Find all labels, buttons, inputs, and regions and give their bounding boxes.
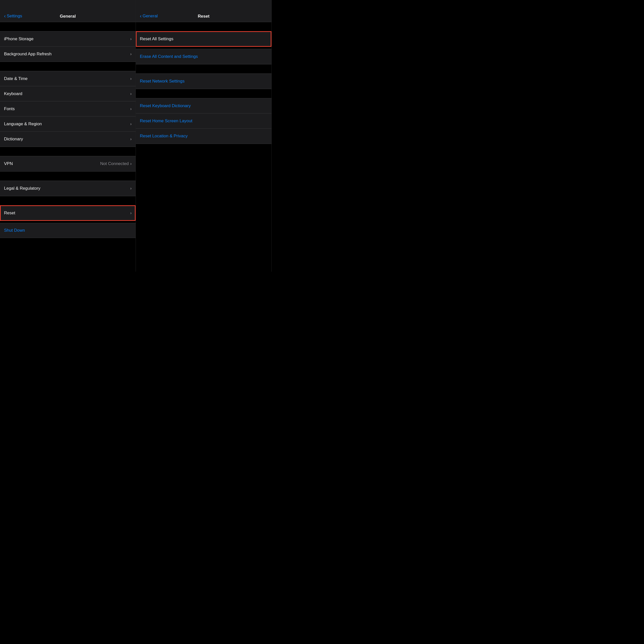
section-reset-all: Reset All Settings	[136, 31, 271, 47]
shutdown-label: Shut Down	[4, 228, 25, 233]
date-time-chevron: ›	[130, 76, 132, 81]
date-time-item[interactable]: Date & Time ›	[0, 71, 136, 86]
gap-1	[0, 22, 136, 31]
right-gap-1	[136, 22, 271, 31]
right-back-button[interactable]: ‹ General	[140, 13, 158, 19]
left-panel: ‹ Settings General iPhone Storage › Back…	[0, 0, 136, 272]
iphone-storage-label: iPhone Storage	[4, 36, 33, 42]
reset-home-screen-label: Reset Home Screen Layout	[140, 118, 192, 124]
left-back-label: Settings	[7, 14, 22, 19]
reset-right: ›	[130, 211, 132, 215]
legal-label: Legal & Regulatory	[4, 186, 41, 191]
left-content: iPhone Storage › Background App Refresh …	[0, 22, 136, 272]
gap-5	[0, 196, 136, 205]
background-refresh-chevron: ›	[130, 52, 132, 56]
section-storage: iPhone Storage › Background App Refresh …	[0, 31, 136, 62]
legal-right: ›	[130, 186, 132, 191]
dictionary-label: Dictionary	[4, 137, 23, 142]
legal-item[interactable]: Legal & Regulatory ›	[0, 181, 136, 196]
right-nav-title: Reset	[198, 14, 209, 19]
right-chevron-icon: ‹	[140, 13, 142, 19]
right-content: Reset All Settings Erase All Content and…	[136, 22, 271, 272]
left-chevron-icon: ‹	[4, 13, 6, 19]
iphone-storage-item[interactable]: iPhone Storage ›	[0, 31, 136, 47]
reset-home-screen-item[interactable]: Reset Home Screen Layout	[136, 113, 271, 129]
gap-4	[0, 172, 136, 181]
keyboard-label: Keyboard	[4, 91, 22, 96]
reset-location-label: Reset Location & Privacy	[140, 134, 188, 139]
right-gap-2	[136, 47, 271, 49]
language-region-item[interactable]: Language & Region ›	[0, 116, 136, 132]
gap-2	[0, 62, 136, 71]
keyboard-chevron: ›	[130, 92, 132, 96]
background-refresh-right: ›	[130, 52, 132, 56]
section-settings: Date & Time › Keyboard › Fonts › Languag…	[0, 71, 136, 147]
keyboard-item[interactable]: Keyboard ›	[0, 86, 136, 101]
legal-chevron: ›	[130, 186, 132, 191]
vpn-item[interactable]: VPN Not Connected ›	[0, 156, 136, 171]
fonts-item[interactable]: Fonts ›	[0, 101, 136, 116]
vpn-label: VPN	[4, 161, 13, 166]
section-erase: Erase All Content and Settings	[136, 49, 271, 64]
right-gap-4	[136, 89, 271, 98]
date-time-right: ›	[130, 76, 132, 81]
background-refresh-item[interactable]: Background App Refresh ›	[0, 47, 136, 62]
reset-network-label: Reset Network Settings	[140, 79, 185, 84]
erase-all-item[interactable]: Erase All Content and Settings	[136, 49, 271, 64]
dictionary-item[interactable]: Dictionary ›	[0, 132, 136, 147]
date-time-label: Date & Time	[4, 76, 28, 81]
left-back-button[interactable]: ‹ Settings	[4, 13, 22, 19]
reset-keyboard-label: Reset Keyboard Dictionary	[140, 103, 191, 108]
vpn-value: Not Connected	[100, 161, 129, 166]
keyboard-right: ›	[130, 92, 132, 96]
reset-all-settings-label: Reset All Settings	[140, 36, 173, 42]
reset-location-item[interactable]: Reset Location & Privacy	[136, 129, 271, 144]
fonts-label: Fonts	[4, 106, 15, 111]
vpn-chevron: ›	[130, 162, 132, 166]
iphone-storage-right: ›	[130, 37, 132, 41]
reset-network-item[interactable]: Reset Network Settings	[136, 74, 271, 89]
fonts-right: ›	[130, 107, 132, 111]
reset-chevron: ›	[130, 211, 132, 215]
dictionary-right: ›	[130, 137, 132, 141]
gap-3	[0, 147, 136, 156]
reset-item[interactable]: Reset ›	[0, 206, 136, 221]
iphone-storage-chevron: ›	[130, 37, 132, 41]
section-vpn: VPN Not Connected ›	[0, 156, 136, 172]
fonts-chevron: ›	[130, 107, 132, 111]
left-nav-bar: ‹ Settings General	[0, 0, 136, 22]
right-panel: ‹ General Reset Reset All Settings Erase…	[136, 0, 272, 272]
left-nav-title: General	[60, 14, 76, 19]
reset-all-settings-item[interactable]: Reset All Settings	[136, 31, 271, 47]
vpn-right: Not Connected ›	[100, 161, 132, 166]
gap-6	[0, 221, 136, 223]
language-region-label: Language & Region	[4, 122, 42, 127]
dictionary-chevron: ›	[130, 137, 132, 141]
reset-label: Reset	[4, 211, 15, 216]
right-back-label: General	[143, 14, 158, 19]
right-gap-3	[136, 64, 271, 73]
background-refresh-label: Background App Refresh	[4, 52, 52, 57]
shutdown-item[interactable]: Shut Down	[0, 223, 136, 238]
erase-all-label: Erase All Content and Settings	[140, 54, 198, 59]
language-region-right: ›	[130, 122, 132, 126]
right-nav-bar: ‹ General Reset	[136, 0, 271, 22]
language-region-chevron: ›	[130, 122, 132, 126]
section-legal: Legal & Regulatory ›	[0, 181, 136, 196]
section-reset: Reset ›	[0, 205, 136, 221]
section-reset-group: Reset Keyboard Dictionary Reset Home Scr…	[136, 98, 271, 144]
reset-keyboard-item[interactable]: Reset Keyboard Dictionary	[136, 98, 271, 113]
section-network: Reset Network Settings	[136, 73, 271, 89]
